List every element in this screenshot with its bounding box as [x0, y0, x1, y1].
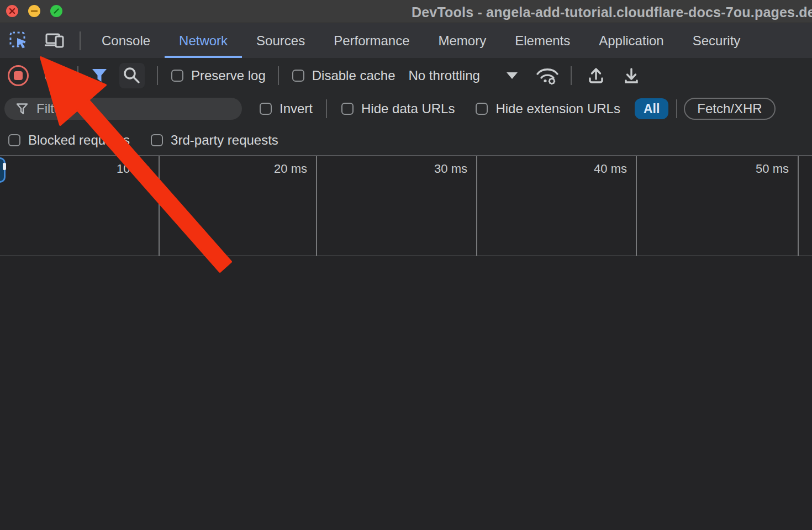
tab-console[interactable]: Console: [87, 23, 165, 58]
network-log-empty-area: Recording network activity… Perform a re…: [0, 256, 812, 530]
clear-network-log-icon[interactable]: [43, 65, 64, 86]
divider: [676, 99, 677, 118]
filter-toggle-icon[interactable]: [91, 67, 108, 84]
tab-elements[interactable]: Elements: [500, 23, 584, 58]
checkbox-label: Hide data URLs: [361, 101, 455, 116]
disable-cache-checkbox[interactable]: Disable cache: [292, 68, 396, 83]
hide-extension-urls-checkbox[interactable]: Hide extension URLs: [476, 101, 620, 116]
checkbox-label: Disable cache: [312, 68, 396, 83]
checkbox-box: [8, 134, 20, 146]
timeline-tick-label: 40 ms: [476, 162, 627, 176]
request-type-all-chip[interactable]: All: [635, 98, 668, 119]
timeline-tick-label: 20 ms: [159, 162, 307, 176]
checkbox-box: [171, 70, 183, 82]
timeline-drag-handle[interactable]: [0, 157, 6, 183]
checkbox-label: Invert: [280, 101, 313, 116]
checkbox-label: 3rd-party requests: [171, 132, 278, 148]
checkbox-box: [151, 134, 163, 146]
tab-memory[interactable]: Memory: [424, 23, 501, 58]
timeline-tick-label: 30 ms: [316, 162, 467, 176]
throttling-value: No throttling: [408, 68, 479, 83]
network-conditions-icon[interactable]: [535, 65, 560, 86]
chevron-down-icon: [507, 72, 518, 79]
timeline-tick-label: 50 ms: [636, 162, 789, 176]
tab-network[interactable]: Network: [165, 23, 242, 58]
checkbox-label: Hide extension URLs: [495, 101, 620, 116]
network-overview-timeline[interactable]: 10 ms 20 ms 30 ms 40 ms 50 ms: [0, 156, 812, 256]
panel-tabs: Console Network Sources Performance Memo…: [87, 23, 755, 58]
divider: [326, 99, 327, 118]
divider: [278, 66, 279, 85]
divider: [80, 31, 81, 50]
filter-placeholder: Filter: [36, 101, 66, 116]
request-type-fetch-xhr-chip[interactable]: Fetch/XHR: [684, 98, 775, 120]
tab-performance[interactable]: Performance: [319, 23, 424, 58]
minimize-window-icon[interactable]: [28, 5, 40, 17]
zoom-window-icon[interactable]: [50, 5, 62, 17]
tab-security[interactable]: Security: [678, 23, 755, 58]
checkbox-box: [341, 103, 354, 115]
funnel-icon: [15, 102, 29, 115]
preserve-log-checkbox[interactable]: Preserve log: [171, 68, 266, 83]
divider: [571, 66, 572, 85]
timeline-tick-label: 10 ms: [0, 162, 150, 176]
filter-input[interactable]: Filter: [4, 98, 242, 120]
checkbox-label: Blocked requests: [28, 132, 130, 148]
inspect-element-icon[interactable]: [9, 31, 29, 51]
timeline-gridline: [798, 156, 799, 256]
titlebar: DevTools - angela-add-tutorial.cloudflar…: [0, 0, 812, 23]
checkbox-label: Preserve log: [191, 68, 266, 83]
tab-sources[interactable]: Sources: [242, 23, 319, 58]
divider: [157, 66, 158, 85]
divider: [77, 66, 78, 85]
invert-checkbox[interactable]: Invert: [260, 101, 313, 116]
throttling-select[interactable]: No throttling: [408, 68, 517, 83]
more-filters-bar: Blocked requests 3rd-party requests: [0, 125, 812, 156]
devtools-tabbar: Console Network Sources Performance Memo…: [0, 23, 812, 58]
network-toolbar: Preserve log Disable cache No throttling: [0, 58, 812, 93]
tab-application[interactable]: Application: [584, 23, 678, 58]
blocked-requests-checkbox[interactable]: Blocked requests: [8, 132, 130, 148]
export-har-icon[interactable]: [621, 66, 641, 86]
network-filter-bar: Filter Invert Hide data URLs Hide extens…: [0, 93, 812, 125]
import-har-icon[interactable]: [586, 66, 606, 86]
stop-recording-button[interactable]: [8, 65, 29, 86]
checkbox-box: [476, 103, 488, 115]
checkbox-box: [292, 70, 304, 82]
hide-data-urls-checkbox[interactable]: Hide data URLs: [341, 101, 455, 116]
window-title: DevTools - angela-add-tutorial.cloudflar…: [412, 4, 812, 20]
checkbox-box: [260, 103, 272, 115]
search-icon[interactable]: [119, 63, 145, 88]
third-party-requests-checkbox[interactable]: 3rd-party requests: [151, 132, 278, 148]
device-toolbar-icon[interactable]: [44, 31, 65, 50]
close-window-icon[interactable]: [6, 5, 18, 17]
